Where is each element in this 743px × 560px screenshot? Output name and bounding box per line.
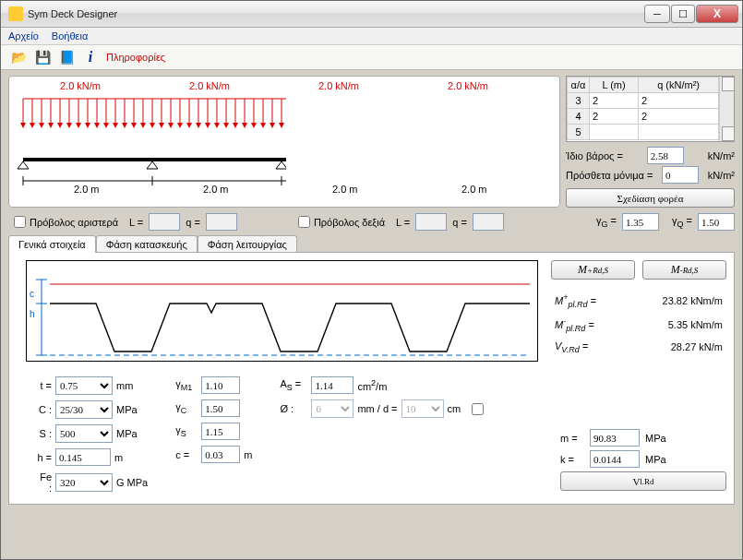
k-unit: MPa <box>645 454 666 465</box>
MplRd-minus-value: 5.35 kNm/m <box>668 319 723 330</box>
minimize-button[interactable]: ─ <box>644 5 670 23</box>
As-label: AS = <box>280 378 307 392</box>
th-L: L (m) <box>590 77 639 93</box>
h-input[interactable] <box>55 448 111 466</box>
left-q-label: q = <box>186 217 200 228</box>
gammaQ-label: γQ = <box>672 215 692 229</box>
extra-perm-label: Πρόσθετα μόνιμα = <box>566 170 653 181</box>
cantilever-left-label: Πρόβολος αριστερά <box>30 217 118 228</box>
MplRd-plus-value: 23.82 kNm/m <box>663 295 723 306</box>
tab-general[interactable]: Γενικά στοιχεία <box>8 235 96 253</box>
dim-c-label: c <box>30 289 34 299</box>
app-icon <box>8 6 23 21</box>
h-unit: m <box>114 452 123 463</box>
left-L-input <box>149 213 180 231</box>
gS-input[interactable] <box>201 423 240 440</box>
self-weight-input[interactable] <box>647 147 684 164</box>
tab-construction[interactable]: Φάση κατασκευής <box>96 235 198 253</box>
VlRd-button[interactable]: V l.Rd <box>560 471 726 491</box>
gS-label: γS <box>175 424 198 438</box>
d-unit: cm <box>448 403 461 414</box>
th-idx: α/α <box>568 77 590 93</box>
beam-diagram <box>9 77 286 215</box>
book-icon[interactable]: 📘 <box>58 49 75 66</box>
c-label: c = <box>175 449 198 460</box>
Fe-unit: G MPa <box>116 477 148 488</box>
gC-input[interactable] <box>201 399 240 417</box>
maximize-button[interactable]: ☐ <box>671 5 695 23</box>
cantilever-left-checkbox[interactable] <box>14 216 26 228</box>
m-input[interactable] <box>590 429 640 447</box>
info-icon[interactable]: i <box>82 49 99 66</box>
MplRd-minus-label: M-pl.Rd = <box>555 316 594 333</box>
table-row: 5 <box>568 125 719 140</box>
C-select[interactable]: 25/30 <box>55 400 113 419</box>
As-unit: cm2/m <box>357 378 387 392</box>
span-label-3: 2.0 m <box>332 184 358 195</box>
S-select[interactable]: 500 <box>55 424 113 443</box>
t-unit: mm <box>116 380 133 391</box>
t-label: t = <box>35 380 52 391</box>
m-label: m = <box>560 433 584 444</box>
Fe-label: Fe : <box>35 471 52 494</box>
span-label-1: 2.0 m <box>74 184 100 195</box>
d-sep: mm / d = <box>357 403 397 414</box>
load-label-4: 2.0 kN/m <box>448 80 488 91</box>
right-L-input <box>415 213 447 231</box>
right-q-input <box>473 213 504 231</box>
left-q-input <box>206 213 237 231</box>
table-row: 4 2 2 <box>568 109 719 125</box>
cantilever-right-checkbox[interactable] <box>298 216 310 228</box>
span-label-2: 2.0 m <box>203 184 229 195</box>
table-scrollbar[interactable] <box>719 77 734 141</box>
self-weight-label: Ίδιο βάρος = <box>566 150 623 161</box>
gammaQ-input[interactable] <box>698 213 735 231</box>
table-row: 3 2 2 <box>568 93 719 109</box>
left-L-label: L = <box>129 217 143 228</box>
menu-file[interactable]: Αρχείο <box>8 30 39 42</box>
VVRd-value: 28.27 kN/m <box>671 341 723 352</box>
open-icon[interactable]: 📂 <box>10 49 27 66</box>
load-label-1: 2.0 kN/m <box>60 80 101 91</box>
t-select[interactable]: 0.75 <box>55 376 113 395</box>
k-input[interactable] <box>590 450 640 468</box>
gM1-input[interactable] <box>201 376 240 394</box>
c-unit: m <box>244 449 252 460</box>
close-button[interactable]: X <box>696 5 738 23</box>
C-label: C : <box>35 404 52 415</box>
k-label: k = <box>560 454 584 465</box>
m-unit: MPa <box>645 433 666 444</box>
tab-operation[interactable]: Φάση λειτουργίας <box>198 235 297 253</box>
h-label: h = <box>35 452 52 463</box>
info-label[interactable]: Πληροφορίες <box>106 52 165 63</box>
spans-table[interactable]: α/α L (m) q (kN/m²) 3 2 2 4 2 2 <box>566 76 735 142</box>
dim-h-label: h <box>30 309 35 319</box>
cantilever-right-label: Πρόβολος δεξιά <box>314 217 385 228</box>
deck-profile: c h <box>26 260 538 362</box>
window-title: Sym Deck Designer <box>28 8 644 19</box>
c-input[interactable] <box>201 446 240 463</box>
right-L-label: L = <box>396 217 410 228</box>
MRd-minus-button[interactable]: M-Rd,S <box>642 260 726 280</box>
save-icon[interactable]: 💾 <box>34 49 51 66</box>
Fe-select[interactable]: 320 <box>55 473 113 492</box>
sw-unit: kN/m² <box>708 150 735 161</box>
As-input[interactable] <box>311 376 354 394</box>
d-select: 10 <box>401 399 444 418</box>
tab-panel-general: c h t = 0.75 mm C : 25/30 MPa S : 500 MP… <box>8 252 735 505</box>
extra-perm-input[interactable] <box>662 166 699 184</box>
S-unit: MPa <box>116 428 138 439</box>
MRd-plus-button[interactable]: M+Rd,S <box>551 260 635 280</box>
MplRd-plus-label: M+pl.Rd = <box>555 292 596 309</box>
load-label-2: 2.0 kN/m <box>189 80 230 91</box>
menu-help[interactable]: Βοήθεια <box>52 30 88 42</box>
rebar-enable-checkbox[interactable] <box>472 403 484 415</box>
VVRd-label: VV.Rd = <box>555 340 588 354</box>
beam-diagram-panel: 2.0 kN/m 2.0 kN/m 2.0 kN/m 2.0 kN/m 2.0 … <box>8 76 560 208</box>
extra-unit: kN/m² <box>708 170 735 181</box>
gammaG-input[interactable] <box>622 213 659 231</box>
right-q-label: q = <box>452 217 467 228</box>
redesign-button[interactable]: Σχεδίαση φορέα <box>566 188 735 208</box>
dia-select: 6 <box>311 399 354 418</box>
C-unit: MPa <box>116 404 138 415</box>
